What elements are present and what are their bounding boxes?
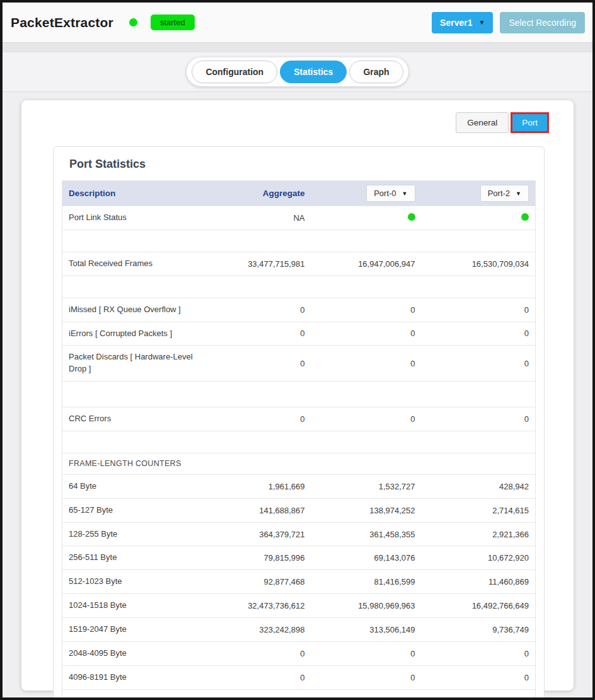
spacer-cell bbox=[62, 276, 536, 298]
status-dot-icon bbox=[129, 18, 137, 26]
row-description: 64 Byte bbox=[62, 474, 214, 498]
port2-value: 10,672,920 bbox=[422, 546, 536, 570]
port2-value: 16,492,766,649 bbox=[422, 594, 536, 618]
chevron-down-icon: ▼ bbox=[402, 190, 408, 197]
port0-value: 361,458,355 bbox=[311, 522, 422, 546]
port0-value: 16,947,006,947 bbox=[311, 252, 422, 276]
spacer-cell bbox=[62, 230, 536, 252]
main-tabs: Configuration Statistics Graph bbox=[187, 57, 408, 86]
row-description: 128-255 Byte bbox=[62, 522, 214, 546]
aggregate-value: 364,379,721 bbox=[214, 522, 311, 546]
port0-value: 0 bbox=[311, 322, 422, 346]
table-row: 1024-1518 Byte32,473,736,61215,980,969,9… bbox=[62, 594, 536, 618]
server-dropdown-label: Server1 bbox=[440, 18, 472, 28]
column-header-description: Description bbox=[62, 181, 214, 206]
row-description: 512-1023 Byte bbox=[62, 570, 214, 594]
port-statistics-table: Description Aggregate Port-0 ▼ Port- bbox=[62, 180, 536, 697]
row-description: CRC Errors bbox=[62, 407, 214, 431]
port2-value bbox=[422, 206, 536, 230]
aggregate-value: 141,688,867 bbox=[214, 498, 311, 522]
aggregate-value: 0 bbox=[214, 665, 311, 689]
table-row: Packet Discards [ Hardware-Level Drop ]0… bbox=[62, 346, 536, 382]
spacer-row bbox=[62, 230, 536, 252]
port-statistics-title: Port Statistics bbox=[69, 158, 536, 171]
table-row: 512-1023 Byte92,877,46881,416,59911,460,… bbox=[62, 570, 536, 594]
aggregate-value: 32,473,736,612 bbox=[214, 594, 311, 618]
port2-value: 0 bbox=[422, 689, 536, 697]
aggregate-value: 0 bbox=[214, 641, 311, 665]
tab-zone: Configuration Statistics Graph bbox=[3, 52, 592, 92]
topbar-actions: Server1 ▼ Select Recording bbox=[432, 12, 585, 33]
port0-value: 313,506,149 bbox=[311, 617, 422, 641]
spacer-row bbox=[62, 276, 536, 298]
row-description: iMissed [ RX Queue Overflow ] bbox=[62, 298, 214, 322]
tab-statistics[interactable]: Statistics bbox=[280, 61, 347, 83]
title-group: PacketExtractor started bbox=[11, 15, 195, 30]
table-row: 8192-Max Byte000 bbox=[62, 689, 536, 697]
column-header-port2: Port-2 ▼ bbox=[422, 181, 536, 206]
aggregate-value: 79,815,996 bbox=[214, 546, 311, 570]
table-row: 4096-8191 Byte000 bbox=[62, 665, 536, 689]
aggregate-value: 92,877,468 bbox=[214, 570, 311, 594]
row-description: 4096-8191 Byte bbox=[62, 665, 214, 689]
table-row: 128-255 Byte364,379,721361,458,3552,921,… bbox=[62, 522, 536, 546]
port2-dropdown[interactable]: Port-2 ▼ bbox=[480, 185, 529, 202]
port0-link-up-dot-icon bbox=[408, 213, 415, 221]
port-statistics-card: Port Statistics Description Aggregate Po… bbox=[53, 146, 545, 697]
header-divider-strip bbox=[3, 43, 592, 52]
view-toggle: General Port bbox=[21, 112, 574, 133]
row-description: Packet Discards [ Hardware-Level Drop ] bbox=[62, 346, 214, 382]
row-description: 2048-4095 Byte bbox=[62, 641, 214, 665]
tab-configuration[interactable]: Configuration bbox=[192, 61, 277, 83]
spacer-cell bbox=[62, 431, 536, 453]
port0-dropdown[interactable]: Port-0 ▼ bbox=[366, 185, 415, 202]
row-description: 1519-2047 Byte bbox=[62, 617, 214, 641]
row-description: 8192-Max Byte bbox=[62, 689, 214, 697]
section-header-row: FRAME-LENGTH COUNTERS bbox=[62, 453, 536, 474]
port0-value: 69,143,076 bbox=[311, 546, 422, 570]
port2-value: 0 bbox=[422, 322, 536, 346]
table-row: 65-127 Byte141,688,867138,974,2522,714,6… bbox=[62, 498, 536, 522]
port2-value: 428,942 bbox=[422, 474, 536, 498]
aggregate-value: 0 bbox=[214, 346, 311, 382]
spacer-cell bbox=[62, 382, 536, 407]
column-header-aggregate: Aggregate bbox=[214, 181, 311, 206]
table-row: Total Received Frames33,477,715,98116,94… bbox=[62, 252, 536, 276]
port0-value: 0 bbox=[311, 641, 422, 665]
port2-link-up-dot-icon bbox=[521, 213, 529, 221]
port0-value: 0 bbox=[311, 665, 422, 689]
port-toggle-button[interactable]: Port bbox=[511, 112, 549, 133]
row-description: Total Received Frames bbox=[62, 252, 214, 276]
spacer-row bbox=[62, 431, 536, 453]
table-row: 256-511 Byte79,815,99669,143,07610,672,9… bbox=[62, 546, 536, 570]
row-description: 1024-1518 Byte bbox=[62, 594, 214, 618]
port2-value: 0 bbox=[422, 298, 536, 322]
aggregate-value: 0 bbox=[214, 689, 311, 697]
tab-graph[interactable]: Graph bbox=[349, 61, 403, 83]
status-badge: started bbox=[151, 15, 195, 30]
chevron-down-icon: ▼ bbox=[478, 19, 485, 26]
table-row: 1519-2047 Byte323,242,898313,506,1499,73… bbox=[62, 617, 536, 641]
row-description: 256-511 Byte bbox=[62, 546, 214, 570]
server-dropdown[interactable]: Server1 ▼ bbox=[432, 12, 493, 33]
port0-value: 0 bbox=[311, 298, 422, 322]
table-row: iMissed [ RX Queue Overflow ]000 bbox=[62, 298, 536, 322]
row-description: iErrors [ Corrupted Packets ] bbox=[62, 322, 214, 346]
table-row: iErrors [ Corrupted Packets ]000 bbox=[62, 322, 536, 346]
port0-value: 0 bbox=[311, 346, 422, 382]
port0-dropdown-label: Port-0 bbox=[374, 189, 396, 198]
top-bar: PacketExtractor started Server1 ▼ Select… bbox=[3, 3, 592, 43]
port-link-status-row: Port Link StatusNA bbox=[62, 206, 536, 230]
aggregate-value: NA bbox=[214, 206, 311, 230]
select-recording-button[interactable]: Select Recording bbox=[500, 12, 585, 33]
port0-value: 138,974,252 bbox=[311, 498, 422, 522]
main-content: General Port Port Statistics Description… bbox=[3, 92, 592, 697]
column-header-port0: Port-0 ▼ bbox=[311, 181, 422, 206]
port2-value: 11,460,869 bbox=[422, 570, 536, 594]
row-description: 65-127 Byte bbox=[62, 498, 214, 522]
general-toggle-button[interactable]: General bbox=[456, 112, 509, 133]
port2-value: 9,736,749 bbox=[422, 617, 536, 641]
chevron-down-icon: ▼ bbox=[516, 190, 521, 197]
table-row: 2048-4095 Byte000 bbox=[62, 641, 536, 665]
port0-value bbox=[311, 206, 422, 230]
